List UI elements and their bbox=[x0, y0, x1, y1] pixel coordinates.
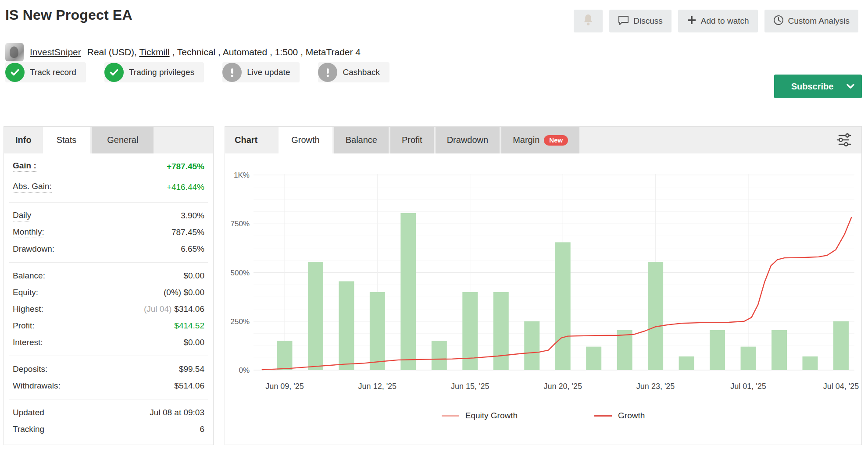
stat-row-tracking: Tracking 6 bbox=[9, 421, 208, 438]
tab-profit[interactable]: Profit bbox=[390, 127, 434, 153]
stats-group-meta: Updated Jul 08 at 09:03 Tracking 6 bbox=[9, 399, 208, 438]
stat-value: 787.45% bbox=[171, 228, 204, 237]
stat-value: 6.65% bbox=[181, 244, 204, 254]
badge-cashback[interactable]: Cashback bbox=[318, 62, 389, 82]
clock-icon bbox=[773, 15, 784, 28]
svg-text:Jul 04, '25: Jul 04, '25 bbox=[823, 382, 859, 391]
stat-label: Daily bbox=[13, 210, 31, 221]
new-badge: New bbox=[544, 135, 568, 146]
badge-label: Trading privileges bbox=[129, 68, 194, 77]
stats-panel: Info Stats General Gain : +787.45% Abs. … bbox=[4, 126, 214, 445]
page-title: IS New Progect EA bbox=[5, 7, 132, 23]
tab-growth[interactable]: Growth bbox=[279, 127, 332, 153]
tab-drawdown[interactable]: Drawdown bbox=[436, 127, 500, 153]
stat-value: $414.52 bbox=[174, 321, 204, 331]
stat-row-equity: Equity: (0%) $0.00 bbox=[9, 284, 208, 301]
add-to-watch-button[interactable]: Add to watch bbox=[678, 10, 758, 32]
bell-icon bbox=[582, 14, 594, 29]
svg-text:0%: 0% bbox=[239, 366, 250, 374]
sliders-icon bbox=[836, 132, 852, 147]
svg-text:Jun 09, '25: Jun 09, '25 bbox=[265, 382, 304, 391]
badge-label: Live update bbox=[247, 68, 290, 77]
svg-text:Jul 01, '25: Jul 01, '25 bbox=[730, 382, 766, 391]
stat-label: Equity: bbox=[13, 288, 38, 297]
avatar[interactable] bbox=[5, 43, 24, 61]
stat-value: (0%) $0.00 bbox=[164, 288, 204, 297]
exclamation-icon bbox=[318, 63, 337, 82]
growth-line-swatch bbox=[594, 415, 612, 417]
stats-body: Gain : +787.45% Abs. Gain: +416.44% Dail… bbox=[4, 153, 213, 438]
stats-group-gain: Gain : +787.45% Abs. Gain: +416.44% bbox=[9, 156, 208, 197]
svg-text:1K%: 1K% bbox=[234, 171, 250, 179]
stats-tabstrip: Info Stats General bbox=[4, 127, 213, 153]
stat-row-monthly: Monthly: 787.45% bbox=[9, 224, 208, 241]
tab-balance[interactable]: Balance bbox=[334, 127, 389, 153]
stat-value: $99.54 bbox=[179, 364, 204, 374]
custom-analysis-label: Custom Analysis bbox=[788, 16, 850, 26]
stat-label: Tracking bbox=[13, 424, 44, 434]
tab-margin[interactable]: Margin New bbox=[501, 127, 579, 153]
stat-row-drawdown: Drawdown: 6.65% bbox=[9, 241, 208, 257]
stat-label: Highest: bbox=[13, 304, 43, 314]
stat-row-withdrawals: Withdrawals: $514.06 bbox=[9, 378, 208, 394]
stat-value-date: (Jul 04) bbox=[144, 304, 171, 314]
account-page: IS New Progect EA Discuss Add to watch C… bbox=[0, 0, 868, 449]
stat-value: +416.44% bbox=[167, 182, 204, 192]
chart-tabstrip: Chart Growth Balance Profit Drawdown Mar… bbox=[225, 127, 861, 153]
account-details: Real (USD), Tickmill , Technical , Autom… bbox=[87, 47, 361, 57]
tab-info[interactable]: Info bbox=[4, 127, 43, 153]
stat-row-deposits: Deposits: $99.54 bbox=[9, 361, 208, 378]
stat-row-highest: Highest: (Jul 04)$314.06 bbox=[9, 301, 208, 317]
stat-row-abs-gain: Abs. Gain: +416.44% bbox=[9, 177, 208, 197]
legend-label: Growth bbox=[618, 411, 645, 420]
custom-analysis-button[interactable]: Custom Analysis bbox=[764, 10, 858, 32]
svg-text:500%: 500% bbox=[231, 269, 250, 277]
tab-general[interactable]: General bbox=[92, 127, 154, 153]
account-summary-row: InvestSniper Real (USD), Tickmill , Tech… bbox=[5, 43, 361, 61]
check-icon bbox=[5, 63, 25, 82]
broker-link[interactable]: Tickmill bbox=[139, 47, 169, 57]
badge-label: Cashback bbox=[343, 68, 380, 77]
badge-label: Track record bbox=[30, 68, 76, 77]
stat-label: Updated bbox=[13, 408, 44, 417]
svg-text:Jun 23, '25: Jun 23, '25 bbox=[636, 382, 675, 391]
stat-label: Withdrawals: bbox=[13, 381, 61, 391]
tab-stats[interactable]: Stats bbox=[43, 127, 90, 153]
stat-value: $0.00 bbox=[183, 271, 204, 281]
svg-text:Jun 15, '25: Jun 15, '25 bbox=[451, 382, 489, 391]
stat-value: (Jul 04)$314.06 bbox=[144, 304, 204, 314]
badge-live-update[interactable]: Live update bbox=[222, 62, 300, 82]
subscribe-button[interactable]: Subscribe bbox=[774, 75, 862, 98]
chevron-down-icon bbox=[846, 83, 855, 89]
header-actions: Discuss Add to watch Custom Analysis bbox=[574, 10, 858, 32]
legend-equity-growth[interactable]: Equity Growth bbox=[442, 411, 518, 420]
stat-label: Gain : bbox=[13, 161, 36, 172]
stat-label: Monthly: bbox=[13, 227, 44, 238]
chart-panel: Chart Growth Balance Profit Drawdown Mar… bbox=[225, 126, 862, 445]
chart-settings-button[interactable] bbox=[835, 132, 853, 148]
legend-growth[interactable]: Growth bbox=[594, 411, 645, 420]
stat-value: 3.90% bbox=[181, 211, 204, 221]
badge-track-record[interactable]: Track record bbox=[5, 62, 86, 82]
stat-label: Interest: bbox=[13, 338, 43, 347]
stat-label: Balance: bbox=[13, 271, 45, 281]
stat-label: Abs. Gain: bbox=[13, 182, 52, 192]
exclamation-icon bbox=[222, 63, 242, 82]
discuss-button[interactable]: Discuss bbox=[609, 10, 672, 32]
stat-value: $514.06 bbox=[174, 381, 204, 391]
tab-margin-label: Margin bbox=[513, 135, 539, 145]
growth-chart: 0%250%500%750%1K%Jun 09, '25Jun 12, '25J… bbox=[229, 162, 859, 407]
stat-value-amount: $314.06 bbox=[174, 304, 204, 314]
stat-row-profit: Profit: $414.52 bbox=[9, 317, 208, 334]
account-details-suffix: , Technical , Automated , 1:500 , MetaTr… bbox=[170, 47, 361, 57]
stat-label: Deposits: bbox=[13, 364, 47, 374]
discuss-bubble-icon bbox=[618, 15, 629, 28]
stat-value: $0.00 bbox=[183, 338, 204, 347]
verification-badges: Track record Trading privileges Live upd… bbox=[5, 62, 389, 82]
badge-trading-privileges[interactable]: Trading privileges bbox=[104, 62, 204, 82]
stat-row-interest: Interest: $0.00 bbox=[9, 334, 208, 351]
username-link[interactable]: InvestSniper bbox=[30, 47, 81, 57]
chart-section-label: Chart bbox=[225, 127, 269, 153]
stat-row-updated: Updated Jul 08 at 09:03 bbox=[9, 404, 208, 421]
notification-bell-button[interactable] bbox=[574, 10, 603, 32]
